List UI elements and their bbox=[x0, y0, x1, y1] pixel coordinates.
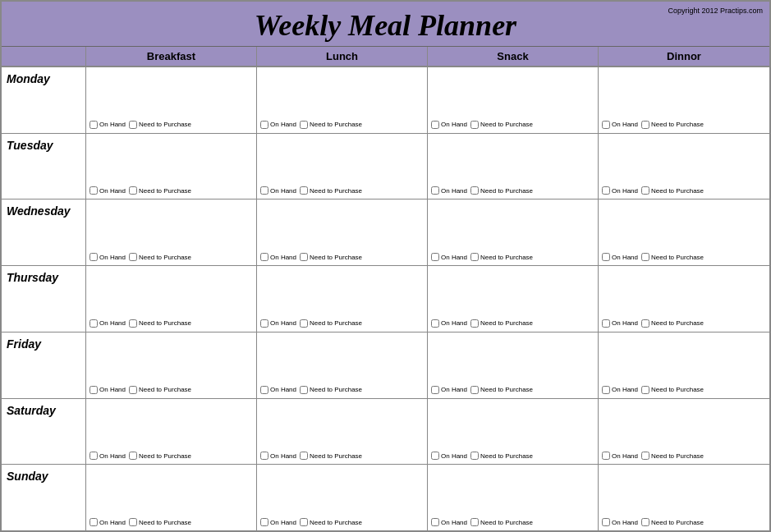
on-hand-item-wednesday-snack[interactable]: On Hand bbox=[431, 253, 467, 261]
need-to-purchase-checkbox-saturday-dinner[interactable] bbox=[641, 452, 649, 460]
need-to-purchase-checkbox-wednesday-lunch[interactable] bbox=[300, 253, 308, 261]
need-to-purchase-item-monday-breakfast[interactable]: Need to Purchase bbox=[129, 121, 191, 129]
on-hand-checkbox-wednesday-snack[interactable] bbox=[431, 253, 439, 261]
on-hand-checkbox-sunday-breakfast[interactable] bbox=[89, 518, 98, 526]
on-hand-item-monday-dinner[interactable]: On Hand bbox=[602, 121, 638, 129]
need-to-purchase-checkbox-tuesday-breakfast[interactable] bbox=[129, 186, 137, 195]
on-hand-checkbox-thursday-snack[interactable] bbox=[431, 319, 439, 328]
on-hand-item-wednesday-lunch[interactable]: On Hand bbox=[260, 253, 296, 261]
need-to-purchase-item-friday-breakfast[interactable]: Need to Purchase bbox=[129, 386, 191, 394]
need-to-purchase-item-saturday-breakfast[interactable]: Need to Purchase bbox=[129, 452, 191, 460]
need-to-purchase-checkbox-thursday-breakfast[interactable] bbox=[129, 319, 137, 328]
on-hand-checkbox-tuesday-breakfast[interactable] bbox=[89, 186, 98, 195]
need-to-purchase-checkbox-monday-lunch[interactable] bbox=[300, 121, 308, 129]
on-hand-item-thursday-breakfast[interactable]: On Hand bbox=[89, 319, 126, 328]
on-hand-checkbox-saturday-snack[interactable] bbox=[431, 452, 439, 460]
need-to-purchase-item-friday-lunch[interactable]: Need to Purchase bbox=[300, 386, 362, 394]
on-hand-item-tuesday-snack[interactable]: On Hand bbox=[431, 186, 467, 195]
need-to-purchase-item-sunday-snack[interactable]: Need to Purchase bbox=[470, 518, 533, 526]
need-to-purchase-item-monday-lunch[interactable]: Need to Purchase bbox=[300, 121, 362, 129]
on-hand-checkbox-tuesday-lunch[interactable] bbox=[260, 186, 268, 195]
need-to-purchase-checkbox-tuesday-snack[interactable] bbox=[470, 186, 479, 195]
on-hand-checkbox-friday-breakfast[interactable] bbox=[89, 386, 98, 394]
on-hand-checkbox-monday-dinner[interactable] bbox=[602, 121, 610, 129]
on-hand-checkbox-sunday-lunch[interactable] bbox=[260, 518, 268, 526]
on-hand-item-thursday-lunch[interactable]: On Hand bbox=[260, 319, 296, 328]
need-to-purchase-item-thursday-dinner[interactable]: Need to Purchase bbox=[641, 319, 704, 328]
need-to-purchase-item-thursday-snack[interactable]: Need to Purchase bbox=[470, 319, 533, 328]
on-hand-item-sunday-breakfast[interactable]: On Hand bbox=[89, 518, 126, 526]
on-hand-checkbox-saturday-dinner[interactable] bbox=[602, 452, 610, 460]
need-to-purchase-item-saturday-lunch[interactable]: Need to Purchase bbox=[300, 452, 362, 460]
on-hand-checkbox-monday-snack[interactable] bbox=[431, 121, 439, 129]
need-to-purchase-checkbox-wednesday-dinner[interactable] bbox=[641, 253, 649, 261]
on-hand-item-tuesday-lunch[interactable]: On Hand bbox=[260, 186, 296, 195]
need-to-purchase-checkbox-sunday-dinner[interactable] bbox=[641, 518, 649, 526]
on-hand-item-wednesday-breakfast[interactable]: On Hand bbox=[89, 253, 126, 261]
need-to-purchase-item-wednesday-snack[interactable]: Need to Purchase bbox=[470, 253, 533, 261]
on-hand-item-sunday-snack[interactable]: On Hand bbox=[431, 518, 467, 526]
need-to-purchase-checkbox-monday-snack[interactable] bbox=[470, 121, 479, 129]
need-to-purchase-checkbox-sunday-lunch[interactable] bbox=[300, 518, 308, 526]
need-to-purchase-checkbox-friday-breakfast[interactable] bbox=[129, 386, 137, 394]
on-hand-checkbox-friday-lunch[interactable] bbox=[260, 386, 268, 394]
on-hand-checkbox-wednesday-breakfast[interactable] bbox=[89, 253, 98, 261]
on-hand-item-saturday-dinner[interactable]: On Hand bbox=[602, 452, 638, 460]
on-hand-item-tuesday-dinner[interactable]: On Hand bbox=[602, 186, 638, 195]
need-to-purchase-item-sunday-dinner[interactable]: Need to Purchase bbox=[641, 518, 704, 526]
need-to-purchase-checkbox-friday-snack[interactable] bbox=[470, 386, 479, 394]
on-hand-item-monday-snack[interactable]: On Hand bbox=[431, 121, 467, 129]
need-to-purchase-item-friday-dinner[interactable]: Need to Purchase bbox=[641, 386, 704, 394]
need-to-purchase-item-sunday-lunch[interactable]: Need to Purchase bbox=[300, 518, 362, 526]
on-hand-checkbox-thursday-lunch[interactable] bbox=[260, 319, 268, 328]
need-to-purchase-checkbox-wednesday-snack[interactable] bbox=[470, 253, 479, 261]
need-to-purchase-checkbox-saturday-snack[interactable] bbox=[470, 452, 479, 460]
need-to-purchase-item-tuesday-snack[interactable]: Need to Purchase bbox=[470, 186, 533, 195]
on-hand-item-sunday-dinner[interactable]: On Hand bbox=[602, 518, 638, 526]
need-to-purchase-item-wednesday-dinner[interactable]: Need to Purchase bbox=[641, 253, 704, 261]
on-hand-checkbox-thursday-breakfast[interactable] bbox=[89, 319, 98, 328]
need-to-purchase-item-monday-dinner[interactable]: Need to Purchase bbox=[641, 121, 704, 129]
need-to-purchase-checkbox-friday-lunch[interactable] bbox=[300, 386, 308, 394]
on-hand-checkbox-thursday-dinner[interactable] bbox=[602, 319, 610, 328]
need-to-purchase-checkbox-friday-dinner[interactable] bbox=[641, 386, 649, 394]
on-hand-item-friday-lunch[interactable]: On Hand bbox=[260, 386, 296, 394]
on-hand-item-saturday-lunch[interactable]: On Hand bbox=[260, 452, 296, 460]
need-to-purchase-item-wednesday-lunch[interactable]: Need to Purchase bbox=[300, 253, 362, 261]
need-to-purchase-item-thursday-lunch[interactable]: Need to Purchase bbox=[300, 319, 362, 328]
need-to-purchase-checkbox-tuesday-dinner[interactable] bbox=[641, 186, 649, 195]
on-hand-item-saturday-snack[interactable]: On Hand bbox=[431, 452, 467, 460]
on-hand-item-friday-breakfast[interactable]: On Hand bbox=[89, 386, 126, 394]
need-to-purchase-item-sunday-breakfast[interactable]: Need to Purchase bbox=[129, 518, 191, 526]
on-hand-item-thursday-dinner[interactable]: On Hand bbox=[602, 319, 638, 328]
on-hand-checkbox-wednesday-dinner[interactable] bbox=[602, 253, 610, 261]
need-to-purchase-item-tuesday-breakfast[interactable]: Need to Purchase bbox=[129, 186, 191, 195]
on-hand-checkbox-monday-lunch[interactable] bbox=[260, 121, 268, 129]
need-to-purchase-checkbox-wednesday-breakfast[interactable] bbox=[129, 253, 137, 261]
on-hand-item-friday-dinner[interactable]: On Hand bbox=[602, 386, 638, 394]
need-to-purchase-checkbox-sunday-breakfast[interactable] bbox=[129, 518, 137, 526]
on-hand-item-monday-lunch[interactable]: On Hand bbox=[260, 121, 296, 129]
on-hand-checkbox-sunday-dinner[interactable] bbox=[602, 518, 610, 526]
need-to-purchase-item-thursday-breakfast[interactable]: Need to Purchase bbox=[129, 319, 191, 328]
need-to-purchase-item-tuesday-lunch[interactable]: Need to Purchase bbox=[300, 186, 362, 195]
need-to-purchase-item-saturday-dinner[interactable]: Need to Purchase bbox=[641, 452, 704, 460]
on-hand-item-tuesday-breakfast[interactable]: On Hand bbox=[89, 186, 126, 195]
on-hand-checkbox-monday-breakfast[interactable] bbox=[89, 121, 98, 129]
on-hand-checkbox-tuesday-dinner[interactable] bbox=[602, 186, 610, 195]
need-to-purchase-item-wednesday-breakfast[interactable]: Need to Purchase bbox=[129, 253, 191, 261]
need-to-purchase-checkbox-monday-breakfast[interactable] bbox=[129, 121, 137, 129]
on-hand-checkbox-sunday-snack[interactable] bbox=[431, 518, 439, 526]
on-hand-item-sunday-lunch[interactable]: On Hand bbox=[260, 518, 296, 526]
need-to-purchase-checkbox-saturday-lunch[interactable] bbox=[300, 452, 308, 460]
on-hand-item-friday-snack[interactable]: On Hand bbox=[431, 386, 467, 394]
need-to-purchase-checkbox-thursday-dinner[interactable] bbox=[641, 319, 649, 328]
on-hand-item-thursday-snack[interactable]: On Hand bbox=[431, 319, 467, 328]
need-to-purchase-checkbox-thursday-lunch[interactable] bbox=[300, 319, 308, 328]
on-hand-item-wednesday-dinner[interactable]: On Hand bbox=[602, 253, 638, 261]
on-hand-item-saturday-breakfast[interactable]: On Hand bbox=[89, 452, 126, 460]
on-hand-item-monday-breakfast[interactable]: On Hand bbox=[89, 121, 126, 129]
need-to-purchase-item-tuesday-dinner[interactable]: Need to Purchase bbox=[641, 186, 704, 195]
need-to-purchase-checkbox-tuesday-lunch[interactable] bbox=[300, 186, 308, 195]
need-to-purchase-checkbox-saturday-breakfast[interactable] bbox=[129, 452, 137, 460]
